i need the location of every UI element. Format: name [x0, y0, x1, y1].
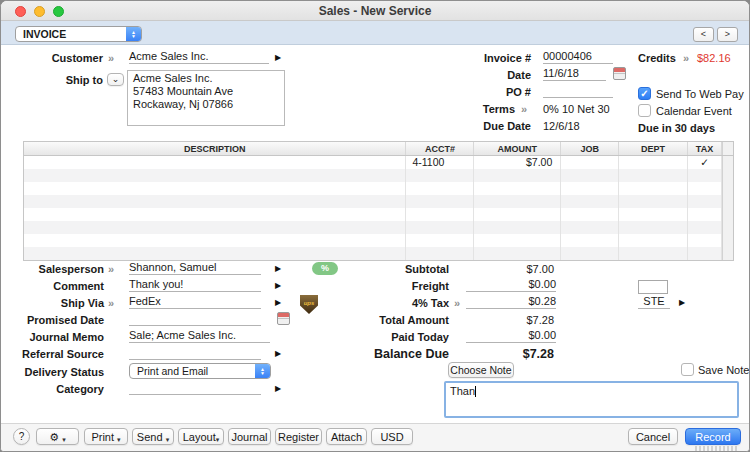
- cell-tax-check[interactable]: ✓: [688, 156, 722, 169]
- col-description[interactable]: DESCRIPTION: [24, 142, 406, 155]
- print-button[interactable]: Print ▾: [84, 428, 128, 445]
- ship-to-dropdown-button[interactable]: ⌄: [107, 73, 124, 86]
- cancel-button[interactable]: Cancel: [628, 428, 678, 445]
- salesperson-zoom-chevron[interactable]: »: [108, 263, 114, 275]
- delivery-status-select[interactable]: Print and Email ▲▼: [129, 363, 271, 379]
- send-button[interactable]: Send ▾: [132, 428, 174, 445]
- category-detail-arrow-icon[interactable]: ▶: [275, 384, 281, 393]
- table-scrollbar[interactable]: [722, 234, 733, 247]
- table-scrollbar[interactable]: [722, 195, 733, 208]
- attach-button[interactable]: Attach: [326, 428, 367, 445]
- invoice-type-select[interactable]: INVOICE ▲▼: [15, 26, 142, 42]
- save-note-label: Save Note: [698, 364, 749, 376]
- credits-zoom-chevron[interactable]: »: [683, 52, 689, 64]
- col-job[interactable]: JOB: [561, 142, 619, 155]
- salesperson-detail-arrow-icon[interactable]: ▶: [275, 264, 281, 273]
- ship-to-address[interactable]: Acme Sales Inc. 57483 Mountain Ave Rocka…: [127, 70, 285, 126]
- table-scrollbar[interactable]: [722, 247, 733, 260]
- table-scrollbar[interactable]: [722, 182, 733, 195]
- invoice-number-value: 00000406: [543, 50, 592, 62]
- ship-via-detail-arrow-icon[interactable]: ▶: [275, 298, 281, 307]
- table-row[interactable]: 4-1100 $7.00 ✓: [24, 156, 733, 169]
- customer-label: Customer: [21, 52, 103, 64]
- paid-today-value: $0.00: [528, 329, 556, 341]
- customer-detail-arrow-icon[interactable]: ▶: [275, 53, 281, 62]
- table-scrollbar[interactable]: [722, 208, 733, 221]
- freight-field[interactable]: $0.00: [466, 278, 556, 292]
- po-number-field[interactable]: [543, 84, 613, 98]
- help-button[interactable]: ?: [13, 428, 30, 445]
- next-record-button[interactable]: >: [717, 27, 738, 42]
- table-row[interactable]: [24, 195, 733, 208]
- paid-today-field[interactable]: $0.00: [466, 329, 556, 343]
- col-amount[interactable]: AMOUNT: [474, 142, 561, 155]
- delivery-status-stepper-icon: ▲▼: [255, 364, 270, 378]
- save-note-checkbox[interactable]: [681, 363, 694, 376]
- prev-record-button[interactable]: <: [693, 27, 714, 42]
- comment-field[interactable]: Thank you!: [129, 278, 261, 292]
- customer-zoom-chevron[interactable]: »: [108, 52, 114, 64]
- tax-field[interactable]: $0.28: [466, 295, 556, 309]
- table-row[interactable]: [24, 247, 733, 260]
- category-label: Category: [21, 383, 104, 395]
- ship-via-zoom-chevron[interactable]: »: [108, 297, 114, 309]
- date-field[interactable]: 11/6/18: [543, 67, 606, 81]
- col-acct[interactable]: ACCT#: [406, 142, 474, 155]
- tax-zoom-chevron[interactable]: »: [454, 297, 460, 309]
- settings-button[interactable]: ⚙ ▾: [36, 428, 79, 445]
- layout-button[interactable]: Layout▾: [178, 428, 224, 445]
- po-number-label: PO #: [441, 86, 531, 98]
- category-field[interactable]: [129, 381, 261, 395]
- commission-percent-icon[interactable]: %: [312, 262, 338, 275]
- caret-down-icon: ▾: [166, 436, 170, 443]
- customer-field[interactable]: Acme Sales Inc.: [129, 50, 269, 64]
- total-amount-label: Total Amount: [349, 314, 449, 326]
- tax-code-box[interactable]: [638, 280, 668, 294]
- freight-value: $0.00: [528, 278, 556, 290]
- referral-detail-arrow-icon[interactable]: ▶: [275, 349, 281, 358]
- currency-button[interactable]: USD: [371, 428, 413, 445]
- tax-code-field[interactable]: STE: [638, 295, 670, 309]
- cell-acct[interactable]: 4-1100: [406, 156, 474, 169]
- cell-job[interactable]: [561, 156, 619, 169]
- table-scrollbar[interactable]: [722, 169, 733, 182]
- comment-detail-arrow-icon[interactable]: ▶: [275, 281, 281, 290]
- invoice-number-field[interactable]: 00000406: [543, 50, 613, 64]
- table-scrollbar[interactable]: [722, 156, 733, 169]
- cell-description[interactable]: [24, 156, 406, 169]
- table-row[interactable]: [24, 221, 733, 234]
- tax-code-arrow-icon[interactable]: ▶: [679, 298, 685, 307]
- promised-date-field[interactable]: [129, 312, 261, 326]
- balance-due-label: Balance Due: [341, 347, 449, 361]
- col-dept[interactable]: DEPT: [619, 142, 688, 155]
- cell-dept[interactable]: [619, 156, 688, 169]
- terms-zoom-chevron[interactable]: »: [521, 103, 527, 115]
- salesperson-field[interactable]: Shannon, Samuel: [129, 261, 261, 275]
- table-row[interactable]: [24, 169, 733, 182]
- send-web-pay-checkbox[interactable]: ✓: [638, 87, 651, 100]
- invoice-number-label: Invoice #: [441, 52, 531, 64]
- chevron-down-icon: ⌄: [112, 74, 120, 84]
- note-textarea[interactable]: Than: [444, 381, 739, 418]
- comment-value: Thank you!: [129, 278, 183, 290]
- ship-via-field[interactable]: FedEx: [129, 295, 261, 309]
- record-button[interactable]: Record: [685, 428, 741, 445]
- table-row[interactable]: [24, 182, 733, 195]
- table-scrollbar-top: [722, 142, 733, 155]
- col-tax[interactable]: TAX: [688, 142, 722, 155]
- calendar-icon[interactable]: [613, 67, 626, 80]
- tax-code-value: STE: [643, 295, 664, 307]
- table-row[interactable]: [24, 234, 733, 247]
- journal-memo-field[interactable]: Sale; Acme Sales Inc.: [129, 329, 270, 343]
- choose-note-button[interactable]: Choose Note: [448, 362, 514, 378]
- journal-button[interactable]: Journal: [228, 428, 271, 445]
- register-button[interactable]: Register: [275, 428, 322, 445]
- cell-amount[interactable]: $7.00: [474, 156, 561, 169]
- tax-value: $0.28: [528, 295, 556, 307]
- promised-date-calendar-icon[interactable]: [277, 312, 290, 325]
- due-date-value: 12/6/18: [543, 120, 580, 132]
- referral-source-field[interactable]: [129, 346, 261, 360]
- calendar-event-checkbox[interactable]: [638, 104, 651, 117]
- table-scrollbar[interactable]: [722, 221, 733, 234]
- table-row[interactable]: [24, 208, 733, 221]
